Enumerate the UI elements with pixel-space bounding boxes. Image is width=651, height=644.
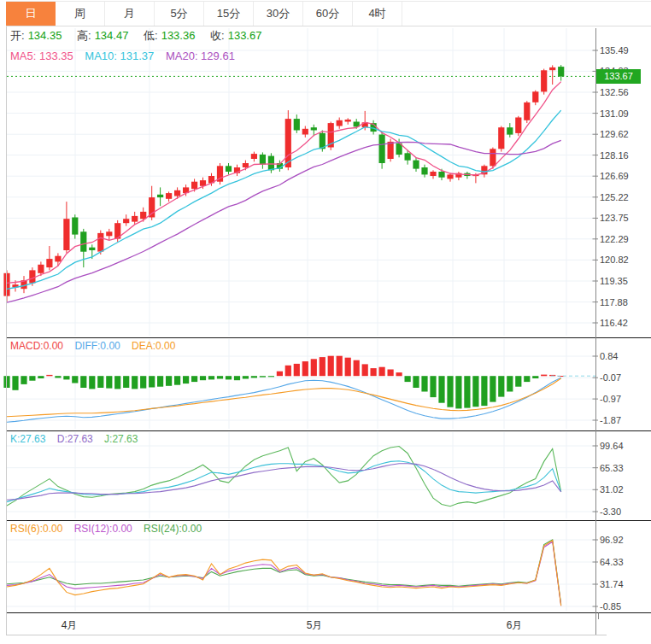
trading-chart-app: 日 周 月 5分 15分 30分 60分 4时 135.49134.03132.… xyxy=(0,0,651,644)
y-axis-label: 132.56 xyxy=(600,87,629,97)
y-axis-label: -0.85 xyxy=(600,601,621,612)
y-axis-label: 129.62 xyxy=(600,129,629,139)
ma10-line xyxy=(7,110,561,289)
y-axis-label: 65.33 xyxy=(600,463,624,473)
y-axis-label: 64.33 xyxy=(600,557,624,567)
x-axis-label: 4月 xyxy=(62,619,78,631)
y-axis-label: 120.82 xyxy=(600,255,629,265)
y-axis-label: 99.64 xyxy=(600,441,624,451)
y-axis-label: 31.74 xyxy=(600,579,624,589)
y-axis-label: 125.22 xyxy=(600,192,629,202)
y-axis-label: -1.87 xyxy=(600,415,621,425)
y-axis-label: 135.49 xyxy=(600,45,629,56)
y-axis-label: 131.09 xyxy=(600,108,629,119)
y-axis-label: -0.97 xyxy=(600,394,621,404)
y-axis-label: -0.07 xyxy=(600,372,621,383)
y-axis-label: 117.88 xyxy=(600,297,628,307)
y-axis-label: 123.75 xyxy=(600,213,629,223)
x-axis-label: 5月 xyxy=(307,619,323,631)
x-axis-label: 6月 xyxy=(507,619,523,631)
y-axis-label: 126.69 xyxy=(600,171,629,181)
y-axis-label: 116.42 xyxy=(600,318,628,328)
y-axis-label: 0.84 xyxy=(600,351,618,361)
y-axis-label: 119.35 xyxy=(600,276,628,286)
y-axis-label: 96.92 xyxy=(600,535,624,545)
y-axis-label: -3.30 xyxy=(600,506,621,517)
macd-histogram xyxy=(3,356,564,409)
candles xyxy=(3,65,564,302)
y-axis-label: 31.02 xyxy=(600,484,624,495)
y-axis-label: 122.29 xyxy=(600,234,629,244)
last-price-badge: 133.67 xyxy=(596,69,641,84)
chart-canvas[interactable]: 135.49134.03132.56131.09129.62128.16126.… xyxy=(0,0,651,644)
y-axis-label: 128.16 xyxy=(600,150,629,161)
